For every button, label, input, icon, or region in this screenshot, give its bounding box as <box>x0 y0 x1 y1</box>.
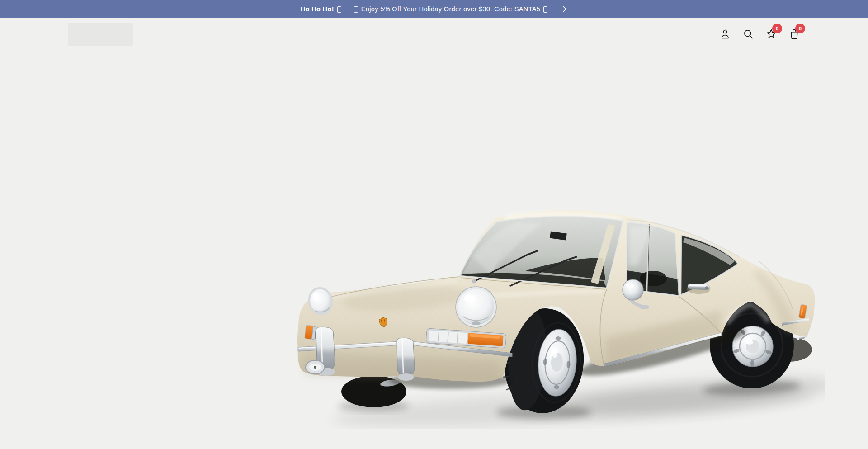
arrow-right-icon <box>557 6 567 12</box>
cart-button[interactable]: 0 <box>788 28 800 40</box>
person-icon <box>719 28 731 40</box>
missing-emoji-glyph <box>354 6 358 13</box>
wishlist-button[interactable]: 0 <box>765 28 777 40</box>
missing-emoji-glyph <box>337 6 341 13</box>
missing-emoji-glyph <box>543 6 547 13</box>
announcement-message: Enjoy 5% Off Your Holiday Order over $30… <box>353 5 548 13</box>
logo-placeholder[interactable] <box>68 23 133 46</box>
near-bumper-guard <box>397 338 415 376</box>
announcement-greeting: Ho Ho Ho! <box>301 5 342 13</box>
hero-product-image <box>292 203 825 429</box>
site-header: 0 0 <box>0 18 868 50</box>
search-button[interactable] <box>742 28 754 40</box>
header-icon-group: 0 0 <box>719 28 800 40</box>
announcement-bar[interactable]: Ho Ho Ho! Enjoy 5% Off Your Holiday Orde… <box>0 0 868 18</box>
windshield <box>460 217 623 288</box>
cart-count-badge: 0 <box>795 24 805 33</box>
account-button[interactable] <box>719 28 731 40</box>
hero-section <box>0 50 868 449</box>
near-headlight <box>456 287 496 327</box>
wishlist-count-badge: 0 <box>772 24 782 33</box>
search-icon <box>742 28 754 40</box>
